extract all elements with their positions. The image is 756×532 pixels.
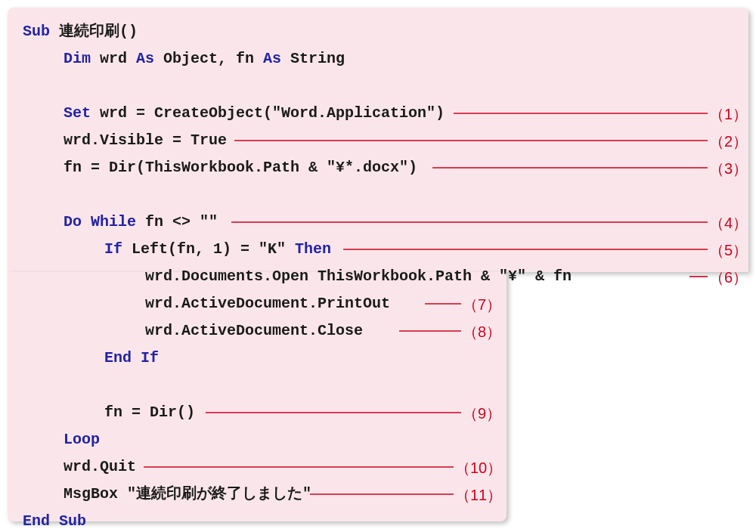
code-line-5: wrd.Visible = True bbox=[64, 133, 227, 148]
callout-2: （2） bbox=[709, 134, 748, 149]
callout-10: （10） bbox=[455, 460, 502, 475]
code-line-20: End Sub bbox=[23, 514, 86, 529]
callout-9: （9） bbox=[463, 406, 501, 421]
callout-4: （4） bbox=[709, 215, 748, 230]
code-line-2: Dim wrd As Object, fn As String bbox=[64, 51, 345, 66]
code-line-15: fn = Dir() bbox=[104, 405, 195, 420]
callout-3: （3） bbox=[709, 161, 748, 176]
callout-1: （1） bbox=[709, 107, 748, 122]
keyword-do-while: Do While bbox=[64, 213, 136, 230]
code-line-16: Loop bbox=[64, 432, 100, 447]
keyword-then: Then bbox=[295, 240, 331, 258]
code-line-4: Set wrd = CreateObject("Word.Application… bbox=[64, 106, 445, 121]
code-snippet-container: Sub 連続印刷() Dim wrd As Object, fn As Stri… bbox=[8, 8, 748, 524]
callout-6: （6） bbox=[709, 270, 748, 285]
keyword-end-sub: End Sub bbox=[23, 512, 86, 530]
callout-5: （5） bbox=[709, 243, 748, 258]
keyword-if: If bbox=[104, 240, 122, 258]
keyword-set: Set bbox=[64, 104, 91, 122]
code-line-13: End If bbox=[104, 351, 159, 366]
callout-7: （7） bbox=[463, 297, 501, 312]
code-line-9: If Left(fn, 1) = "K" Then bbox=[104, 242, 331, 257]
keyword-loop: Loop bbox=[64, 431, 100, 448]
code-line-1: Sub 連続印刷() bbox=[23, 24, 138, 39]
callout-8: （8） bbox=[463, 324, 501, 339]
code-line-18: wrd.Quit bbox=[64, 459, 136, 475]
keyword-sub: Sub bbox=[23, 23, 50, 40]
code-line-10: wrd.Documents.Open ThisWorkbook.Path & "… bbox=[145, 269, 572, 284]
code-line-11: wrd.ActiveDocument.PrintOut bbox=[145, 296, 390, 311]
callout-11: （11） bbox=[455, 487, 502, 503]
code-line-6: fn = Dir(ThisWorkbook.Path & "¥*.docx") bbox=[64, 160, 417, 175]
code-line-19: MsgBox "連続印刷が終了しました" bbox=[64, 487, 311, 502]
keyword-as: As bbox=[136, 50, 154, 67]
code-line-8: Do While fn <> "" bbox=[64, 215, 218, 230]
keyword-as: As bbox=[263, 50, 281, 67]
keyword-end-if: End If bbox=[104, 349, 159, 367]
keyword-dim: Dim bbox=[64, 50, 91, 67]
code-line-12: wrd.ActiveDocument.Close bbox=[145, 323, 363, 339]
